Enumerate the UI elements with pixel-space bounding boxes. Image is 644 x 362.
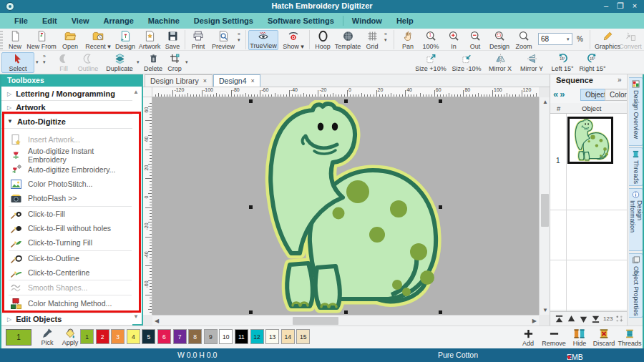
duplicate-button[interactable]: Duplicate <box>103 53 136 73</box>
prev-color-button[interactable]: « <box>553 89 560 99</box>
selection-handle[interactable] <box>249 205 253 209</box>
toolbox-item-click-to-centerline[interactable]: Click-to-Centerline <box>10 265 132 280</box>
zoom-out-button[interactable]: Out <box>465 30 485 50</box>
menu-arrange[interactable]: Arrange <box>97 14 141 27</box>
scroll-left-icon[interactable]: ◀ <box>155 318 159 324</box>
hoop-button[interactable]: Hoop <box>312 30 333 50</box>
palette-swatch-10[interactable]: 10 <box>219 329 233 344</box>
sequence-collapse-icon[interactable]: » <box>618 76 622 84</box>
selection-handle[interactable] <box>249 310 253 314</box>
outline-button[interactable]: Outline <box>74 53 102 73</box>
toolbox-category-edit-objects[interactable]: ▷ Edit Objects <box>1 313 132 326</box>
remove-color-button[interactable]: Remove <box>540 328 568 347</box>
threads-button[interactable]: Threads <box>617 328 643 347</box>
zoom-in-button[interactable]: In <box>445 30 462 50</box>
selection-handle[interactable] <box>439 310 442 314</box>
scroll-down-icon[interactable]: ▼ <box>542 307 548 313</box>
toolbox-item-click-to-outline[interactable]: Click-to-Outline <box>10 251 132 265</box>
restore-button[interactable]: ❐ <box>614 1 627 11</box>
palette-swatch-9[interactable]: 9 <box>204 329 218 344</box>
template-button[interactable]: Template <box>332 30 364 50</box>
toolbox-item-color-matching-method[interactable]: Color Matching Method... <box>10 296 132 310</box>
tab-design4[interactable]: Design4 × <box>213 74 260 87</box>
add-color-button[interactable]: Add <box>518 328 538 347</box>
grid-button[interactable]: Grid <box>362 30 382 50</box>
hide-color-button[interactable]: Hide <box>570 328 590 347</box>
palette-swatch-6[interactable]: 6 <box>157 329 171 344</box>
select-button[interactable]: Select <box>1 52 34 73</box>
menu-machine[interactable]: Machine <box>141 14 187 27</box>
new-from-button[interactable]: New From <box>26 30 57 50</box>
palette-swatch-5[interactable]: 5 <box>142 329 155 344</box>
trueview-button[interactable]: TrueView <box>248 30 278 50</box>
zoom-design-button[interactable]: Design <box>487 30 512 50</box>
move-up-icon[interactable] <box>567 315 576 323</box>
delete-button[interactable]: Delete <box>142 53 165 73</box>
hscroll-thumb[interactable] <box>293 317 338 325</box>
vertical-scrollbar[interactable]: ▲ ▼ <box>539 97 550 315</box>
selection-handle[interactable] <box>439 205 442 209</box>
preview-more-chevron[interactable]: »▾ <box>238 31 240 43</box>
save-button[interactable]: Save <box>162 30 183 50</box>
menu-help[interactable]: Help <box>389 14 421 27</box>
object-thumbnail[interactable] <box>567 117 613 164</box>
palette-swatch-7[interactable]: 7 <box>173 329 187 344</box>
resequence-icon[interactable] <box>615 315 623 323</box>
tab-close-icon[interactable]: × <box>251 77 255 84</box>
discard-color-button[interactable]: Discard <box>591 328 617 347</box>
selection-handle[interactable] <box>249 99 253 103</box>
toolbox-item-click-to-turning-fill[interactable]: Click-to-Turning Fill <box>10 235 132 250</box>
close-button[interactable]: × <box>628 1 641 11</box>
selection-handle[interactable] <box>344 99 348 103</box>
mirror-y-button[interactable]: Mirror Y <box>517 53 547 73</box>
pan-button[interactable]: Pan <box>398 30 418 50</box>
menu-view[interactable]: View <box>64 14 97 27</box>
select-more-chevron[interactable]: »▾ <box>43 54 46 65</box>
palette-swatch-8[interactable]: 8 <box>188 329 202 344</box>
palette-swatch-13[interactable]: 13 <box>265 329 279 344</box>
recent-button[interactable]: Recent ▾ <box>83 30 113 50</box>
rotate-right-button[interactable]: 15° Right 15° <box>577 53 608 73</box>
toolbox-scroll-down[interactable]: ▼ <box>133 313 139 320</box>
scroll-up-icon[interactable]: ▲ <box>542 99 548 105</box>
move-to-start-icon[interactable] <box>555 315 564 323</box>
palette-swatch-3[interactable]: 3 <box>111 329 125 344</box>
new-button[interactable]: New <box>4 30 26 50</box>
artwork-button[interactable]: Artwork <box>136 30 163 50</box>
toolbox-category-lettering[interactable]: ▷ Lettering / Monogramming <box>1 87 132 101</box>
move-to-end-icon[interactable] <box>591 315 600 323</box>
menu-window[interactable]: Window <box>345 14 389 27</box>
toolbox-category-auto-digitize[interactable]: ▼ Auto-Digitize <box>1 114 132 129</box>
next-color-button[interactable]: » <box>560 89 566 99</box>
zoom-level-dropdown[interactable]: ▾ <box>567 36 570 42</box>
fill-button[interactable]: Fill <box>54 53 73 73</box>
palette-swatch-4[interactable]: 4 <box>127 329 140 344</box>
toolbox-item-click-to-fill-without-holes[interactable]: Click-to-Fill without holes <box>10 221 132 235</box>
print-button[interactable]: Print <box>187 30 209 50</box>
menu-software-settings[interactable]: Software Settings <box>260 14 341 27</box>
tab-threads[interactable]: Threads <box>629 147 643 186</box>
toolbox-item-auto-digitize-embroidery[interactable]: Auto-digitize Embroidery... <box>10 162 132 177</box>
palette-swatch-12[interactable]: 12 <box>250 329 264 344</box>
pick-color-button[interactable]: Pick <box>37 328 57 346</box>
scroll-right-icon[interactable]: ▶ <box>532 318 537 324</box>
vscroll-thumb[interactable] <box>541 194 549 227</box>
minimize-button[interactable]: – <box>600 1 613 11</box>
tab-design-library[interactable]: Design Library × <box>145 74 213 87</box>
resequence-by-number-icon[interactable]: 123 <box>603 315 613 322</box>
menu-file[interactable]: File <box>7 14 35 27</box>
rotate-left-button[interactable]: 15° Left 15° <box>548 53 577 73</box>
horizontal-scrollbar[interactable]: ◀ ▶ <box>152 315 539 326</box>
zoom-tool-button[interactable]: Zoom <box>512 30 535 50</box>
convert-button[interactable]: Convert <box>617 30 644 50</box>
palette-swatch-2[interactable]: 2 <box>96 329 109 344</box>
dinosaur-design-object[interactable] <box>247 100 444 315</box>
preview-button[interactable]: Preview <box>209 30 238 50</box>
apply-color-button[interactable]: Apply <box>59 328 82 346</box>
tab-design-overview[interactable]: Design Overview <box>629 77 643 146</box>
menu-edit[interactable]: Edit <box>35 14 64 27</box>
crop-dropdown[interactable]: ▾ <box>185 59 188 65</box>
toolbox-item-smooth-shapes[interactable]: Smooth Shapes... <box>10 280 132 295</box>
palette-swatch-11[interactable]: 11 <box>235 329 248 344</box>
design-canvas[interactable] <box>152 97 539 315</box>
